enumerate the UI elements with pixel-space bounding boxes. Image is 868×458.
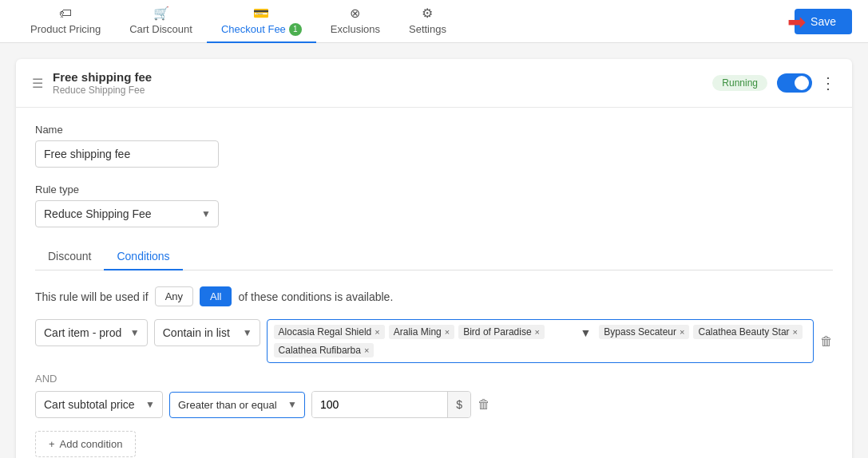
- main-content: ☰ Free shipping fee Reduce Shipping Fee …: [0, 43, 868, 458]
- nav-label-exclusions: Exclusions: [331, 23, 380, 35]
- tag-bird-label: Bird of Paradise: [463, 326, 531, 338]
- tag-bypass-label: Bypass Secateur: [604, 326, 676, 338]
- tag-alocasia-close-icon[interactable]: ×: [375, 327, 379, 337]
- nav-label-checkout-fee: Checkout Fee: [221, 23, 286, 35]
- checkout-fee-icon: 💳: [253, 6, 269, 21]
- tag-aralia: Aralia Ming ×: [389, 325, 454, 339]
- rule-type-field-group: Rule type Reduce Shipping Fee Add Shippi…: [35, 184, 833, 227]
- tag-calathea-beauty-label: Calathea Beauty Star: [698, 326, 789, 338]
- form-tabs: Discount Conditions: [35, 243, 833, 270]
- fee-card: ☰ Free shipping fee Reduce Shipping Fee …: [16, 59, 852, 458]
- tag-calathea-beauty-close-icon[interactable]: ×: [793, 327, 798, 337]
- add-condition-label: Add condition: [60, 438, 123, 450]
- condition-row-1: Cart item - product Cart subtotal price …: [35, 319, 833, 363]
- top-navigation: 🏷 Product Pricing 🛒 Cart Discount 💳 Chec…: [0, 0, 868, 43]
- card-header-actions: ⋮: [777, 73, 836, 93]
- rule-description: This rule will be used if Any All of the…: [35, 286, 833, 306]
- condition1-operator-wrapper: Contain in list Not contain in list ▼: [154, 319, 260, 346]
- tag-alocasia-label: Alocasia Regal Shield: [279, 326, 372, 338]
- conditions-content: This rule will be used if Any All of the…: [35, 286, 833, 457]
- tag-aralia-close-icon[interactable]: ×: [445, 327, 450, 337]
- nav-item-checkout-fee[interactable]: 💳 Checkout Fee 1: [207, 0, 316, 43]
- nav-label-settings: Settings: [409, 23, 446, 35]
- toggle-switch[interactable]: [777, 73, 812, 93]
- rule-type-select[interactable]: Reduce Shipping Fee Add Shipping Fee Fre…: [35, 200, 219, 227]
- tag-calathea-rufi-close-icon[interactable]: ×: [364, 345, 369, 355]
- plus-icon: +: [49, 438, 55, 450]
- condition2-value-input[interactable]: [312, 392, 447, 417]
- tab-conditions[interactable]: Conditions: [104, 243, 182, 270]
- tag-alocasia: Alocasia Regal Shield ×: [274, 325, 385, 339]
- tab-discount[interactable]: Discount: [35, 243, 104, 270]
- nav-item-settings[interactable]: ⚙ Settings: [394, 0, 461, 43]
- nav-item-product-pricing[interactable]: 🏷 Product Pricing: [16, 0, 115, 43]
- tag-expand-icon[interactable]: ▼: [580, 326, 591, 339]
- tag-bird-close-icon[interactable]: ×: [535, 327, 540, 337]
- condition2-delete-icon[interactable]: 🗑: [478, 397, 490, 412]
- tab-discount-label: Discount: [48, 250, 91, 263]
- any-button[interactable]: Any: [155, 286, 193, 306]
- nav-label-cart-discount: Cart Discount: [129, 23, 192, 35]
- nav-items: 🏷 Product Pricing 🛒 Cart Discount 💳 Chec…: [16, 0, 795, 43]
- rule-text-prefix: This rule will be used if: [35, 290, 149, 303]
- product-pricing-icon: 🏷: [59, 6, 72, 21]
- settings-icon: ⚙: [422, 6, 433, 21]
- nav-item-exclusions[interactable]: ⊗ Exclusions: [316, 0, 394, 43]
- name-field-group: Name: [35, 124, 833, 168]
- condition1-tags-area[interactable]: Alocasia Regal Shield × Aralia Ming × Bi…: [267, 319, 814, 363]
- condition1-operator-select[interactable]: Contain in list Not contain in list: [154, 319, 260, 346]
- tag-calathea-rufi: Calathea Rufibarba ×: [274, 343, 375, 357]
- nav-item-cart-discount[interactable]: 🛒 Cart Discount: [115, 0, 207, 43]
- rule-text-suffix: of these conditions is available.: [238, 290, 393, 303]
- condition2-operator-select[interactable]: Greater than or equal Less than Equal to…: [169, 392, 305, 418]
- card-header: ☰ Free shipping fee Reduce Shipping Fee …: [16, 59, 852, 108]
- tag-bypass: Bypass Secateur ×: [599, 325, 689, 339]
- rule-type-label: Rule type: [35, 184, 833, 195]
- tag-aralia-label: Aralia Ming: [394, 326, 442, 338]
- rule-type-select-wrapper: Reduce Shipping Fee Add Shipping Fee Fre…: [35, 200, 219, 227]
- condition2-currency-suffix: $: [447, 392, 470, 417]
- toggle-slider: [777, 73, 812, 93]
- more-options-icon[interactable]: ⋮: [820, 73, 836, 93]
- condition1-type-select[interactable]: Cart item - product Cart subtotal price …: [35, 319, 148, 346]
- tag-calathea-beauty: Calathea Beauty Star ×: [693, 325, 803, 339]
- cart-discount-icon: 🛒: [153, 6, 169, 21]
- tag-bird: Bird of Paradise ×: [458, 325, 545, 339]
- arrow-indicator: ➡: [787, 8, 806, 34]
- name-label: Name: [35, 124, 833, 136]
- tab-conditions-label: Conditions: [117, 250, 169, 263]
- name-input[interactable]: [35, 140, 219, 168]
- card-body: Name Rule type Reduce Shipping Fee Add S…: [16, 108, 852, 458]
- nav-label-product-pricing: Product Pricing: [30, 23, 101, 35]
- checkout-fee-badge: 1: [289, 23, 302, 36]
- and-label: AND: [35, 373, 833, 385]
- condition2-value-wrapper: $: [311, 391, 471, 418]
- condition-row-2: Cart subtotal price Cart item - product …: [35, 391, 833, 418]
- condition1-delete-icon[interactable]: 🗑: [820, 334, 833, 349]
- tag-bypass-close-icon[interactable]: ×: [680, 327, 684, 337]
- add-condition-button[interactable]: + Add condition: [35, 431, 136, 457]
- condition2-type-wrapper: Cart subtotal price Cart item - product …: [35, 391, 163, 418]
- card-subtitle: Reduce Shipping Fee: [53, 85, 703, 96]
- condition2-type-select[interactable]: Cart subtotal price Cart item - product …: [35, 391, 163, 418]
- condition1-type-wrapper: Cart item - product Cart subtotal price …: [35, 319, 148, 346]
- status-badge: Running: [712, 75, 767, 91]
- card-title: Free shipping fee: [53, 70, 703, 84]
- drag-handle-icon[interactable]: ☰: [32, 76, 43, 91]
- all-button[interactable]: All: [200, 286, 232, 306]
- tag-calathea-rufi-label: Calathea Rufibarba: [279, 345, 361, 356]
- exclusions-icon: ⊗: [350, 6, 360, 21]
- card-title-group: Free shipping fee Reduce Shipping Fee: [53, 70, 703, 96]
- condition2-operator-wrapper: Greater than or equal Less than Equal to…: [169, 392, 305, 418]
